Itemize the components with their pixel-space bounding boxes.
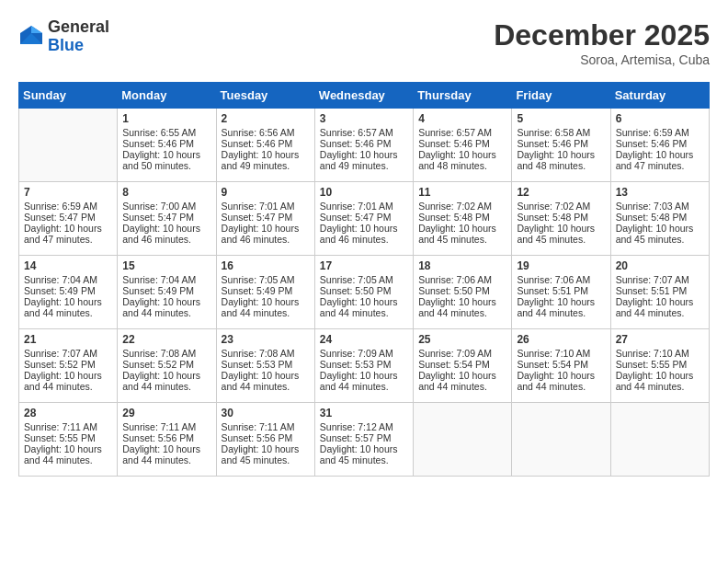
cell-text: Daylight: 10 hours <box>616 370 704 381</box>
cell-text: Sunset: 5:52 PM <box>24 359 112 370</box>
day-number: 29 <box>122 407 210 419</box>
cell-text: and 44 minutes. <box>122 381 210 392</box>
cell-text: Sunrise: 7:07 AM <box>24 348 112 359</box>
day-number: 13 <box>616 186 704 199</box>
calendar-cell: 14Sunrise: 7:04 AMSunset: 5:49 PMDayligh… <box>19 256 118 329</box>
cell-text: and 44 minutes. <box>320 381 408 392</box>
day-number: 23 <box>222 333 310 346</box>
cell-text: and 49 minutes. <box>320 160 408 171</box>
cell-text: Sunset: 5:50 PM <box>320 285 408 296</box>
cell-text: Daylight: 10 hours <box>616 223 704 234</box>
cell-text: Sunrise: 7:08 AM <box>122 348 210 359</box>
calendar-cell: 25Sunrise: 7:09 AMSunset: 5:54 PMDayligh… <box>414 329 512 403</box>
cell-text: Sunset: 5:55 PM <box>24 432 112 443</box>
logo-icon <box>18 24 44 50</box>
cell-text: Sunset: 5:49 PM <box>122 285 210 296</box>
cell-text: Sunset: 5:46 PM <box>320 138 408 149</box>
cell-text: Sunrise: 7:09 AM <box>418 348 506 359</box>
cell-text: and 44 minutes. <box>222 307 310 318</box>
cell-text: Sunset: 5:46 PM <box>517 138 605 149</box>
calendar-cell: 21Sunrise: 7:07 AMSunset: 5:52 PMDayligh… <box>19 329 118 403</box>
cell-text: Sunrise: 7:11 AM <box>122 421 210 432</box>
calendar-cell: 23Sunrise: 7:08 AMSunset: 5:53 PMDayligh… <box>216 329 314 403</box>
cell-text: Daylight: 10 hours <box>616 149 704 160</box>
cell-text: Daylight: 10 hours <box>517 149 605 160</box>
cell-text: Daylight: 10 hours <box>122 443 210 454</box>
cell-text: and 44 minutes. <box>517 307 605 318</box>
cell-text: and 44 minutes. <box>24 454 112 465</box>
cell-text: Daylight: 10 hours <box>320 149 408 160</box>
calendar-cell: 16Sunrise: 7:05 AMSunset: 5:49 PMDayligh… <box>216 256 314 329</box>
cell-text: and 44 minutes. <box>517 381 605 392</box>
calendar-week-row: 14Sunrise: 7:04 AMSunset: 5:49 PMDayligh… <box>19 256 710 329</box>
day-header-sunday: Sunday <box>19 83 118 109</box>
day-number: 24 <box>320 333 408 346</box>
day-number: 4 <box>418 112 506 125</box>
cell-text: Sunrise: 7:01 AM <box>320 201 408 212</box>
cell-text: Daylight: 10 hours <box>418 370 506 381</box>
calendar-cell: 17Sunrise: 7:05 AMSunset: 5:50 PMDayligh… <box>314 256 413 329</box>
cell-text: and 44 minutes. <box>122 454 210 465</box>
cell-text: and 45 minutes. <box>517 234 605 245</box>
cell-text: Sunset: 5:51 PM <box>517 285 605 296</box>
cell-text: and 44 minutes. <box>616 307 704 318</box>
calendar-table: SundayMondayTuesdayWednesdayThursdayFrid… <box>18 82 710 477</box>
cell-text: Sunset: 5:46 PM <box>616 138 704 149</box>
day-number: 17 <box>320 259 408 272</box>
title-area: December 2025 Soroa, Artemisa, Cuba <box>494 18 710 67</box>
calendar-cell: 27Sunrise: 7:10 AMSunset: 5:55 PMDayligh… <box>610 329 709 403</box>
cell-text: Daylight: 10 hours <box>122 149 210 160</box>
cell-text: Sunrise: 7:07 AM <box>616 274 704 285</box>
header: General Blue December 2025 Soroa, Artemi… <box>18 18 710 67</box>
calendar-cell: 9Sunrise: 7:01 AMSunset: 5:47 PMDaylight… <box>216 182 314 256</box>
cell-text: Sunset: 5:53 PM <box>320 359 408 370</box>
calendar-cell: 8Sunrise: 7:00 AMSunset: 5:47 PMDaylight… <box>118 182 216 256</box>
cell-text: Daylight: 10 hours <box>222 296 310 307</box>
cell-text: Sunset: 5:54 PM <box>418 359 506 370</box>
cell-text: Daylight: 10 hours <box>320 223 408 234</box>
calendar-cell: 13Sunrise: 7:03 AMSunset: 5:48 PMDayligh… <box>610 182 709 256</box>
cell-text: and 44 minutes. <box>418 381 506 392</box>
cell-text: Daylight: 10 hours <box>222 370 310 381</box>
calendar-cell: 20Sunrise: 7:07 AMSunset: 5:51 PMDayligh… <box>610 256 709 329</box>
cell-text: and 45 minutes. <box>222 454 310 465</box>
cell-text: Sunset: 5:54 PM <box>517 359 605 370</box>
cell-text: Daylight: 10 hours <box>517 223 605 234</box>
cell-text: Daylight: 10 hours <box>320 443 408 454</box>
cell-text: Sunrise: 7:05 AM <box>222 274 310 285</box>
cell-text: and 47 minutes. <box>616 160 704 171</box>
cell-text: Daylight: 10 hours <box>320 370 408 381</box>
cell-text: Sunrise: 7:10 AM <box>517 348 605 359</box>
calendar-cell: 7Sunrise: 6:59 AMSunset: 5:47 PMDaylight… <box>19 182 118 256</box>
calendar-cell: 2Sunrise: 6:56 AMSunset: 5:46 PMDaylight… <box>216 109 314 182</box>
cell-text: Sunset: 5:56 PM <box>122 432 210 443</box>
day-number: 26 <box>517 333 605 346</box>
day-number: 16 <box>222 259 310 272</box>
cell-text: Daylight: 10 hours <box>24 296 112 307</box>
day-number: 7 <box>24 186 112 199</box>
cell-text: Sunrise: 7:02 AM <box>418 201 506 212</box>
calendar-cell: 30Sunrise: 7:11 AMSunset: 5:56 PMDayligh… <box>216 403 314 477</box>
cell-text: Sunset: 5:47 PM <box>24 212 112 223</box>
day-number: 2 <box>222 112 310 125</box>
day-number: 25 <box>418 333 506 346</box>
day-number: 12 <box>517 186 605 199</box>
cell-text: and 47 minutes. <box>24 234 112 245</box>
calendar-cell: 31Sunrise: 7:12 AMSunset: 5:57 PMDayligh… <box>314 403 413 477</box>
cell-text: and 44 minutes. <box>122 307 210 318</box>
cell-text: Daylight: 10 hours <box>517 370 605 381</box>
cell-text: Sunrise: 6:59 AM <box>24 201 112 212</box>
calendar-cell: 29Sunrise: 7:11 AMSunset: 5:56 PMDayligh… <box>118 403 216 477</box>
calendar-week-row: 7Sunrise: 6:59 AMSunset: 5:47 PMDaylight… <box>19 182 710 256</box>
cell-text: and 44 minutes. <box>24 381 112 392</box>
cell-text: and 50 minutes. <box>122 160 210 171</box>
cell-text: Sunrise: 6:56 AM <box>222 127 310 138</box>
cell-text: Sunset: 5:53 PM <box>222 359 310 370</box>
calendar-cell: 22Sunrise: 7:08 AMSunset: 5:52 PMDayligh… <box>118 329 216 403</box>
cell-text: Sunrise: 7:09 AM <box>320 348 408 359</box>
day-number: 6 <box>616 112 704 125</box>
cell-text: Daylight: 10 hours <box>418 296 506 307</box>
cell-text: and 49 minutes. <box>222 160 310 171</box>
cell-text: and 44 minutes. <box>418 307 506 318</box>
cell-text: and 45 minutes. <box>616 234 704 245</box>
